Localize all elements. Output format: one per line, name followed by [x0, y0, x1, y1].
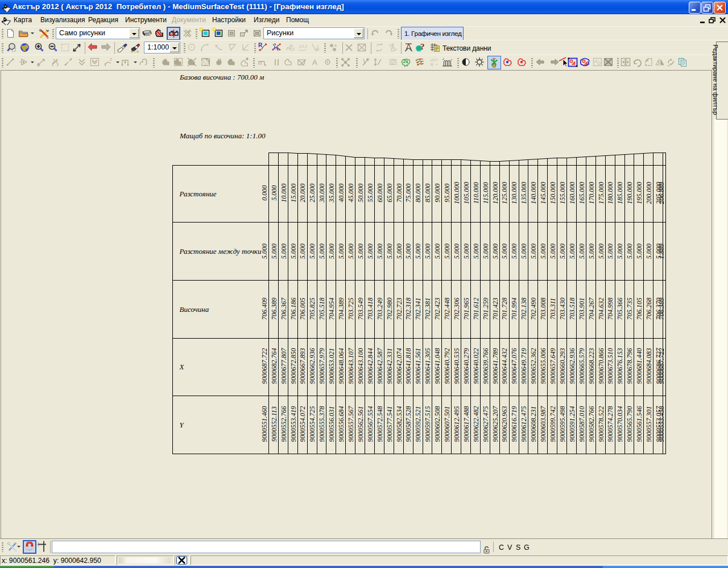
svg-text:45.000: 45.000 — [347, 184, 355, 203]
svg-text:9000642.587: 9000642.587 — [376, 348, 384, 384]
svg-text:703.008: 703.008 — [539, 298, 547, 320]
svg-text:5.000: 5.000 — [280, 244, 288, 259]
svg-text:9000662.936: 9000662.936 — [568, 348, 576, 384]
svg-text:5.000: 5.000 — [318, 244, 326, 259]
svg-text:9000616.719: 9000616.719 — [510, 406, 518, 442]
svg-text:9000561.546: 9000561.546 — [635, 406, 643, 442]
svg-text:9000557.301: 9000557.301 — [645, 406, 653, 442]
svg-text:5.000: 5.000 — [588, 244, 595, 259]
svg-text:0.000: 0.000 — [260, 186, 268, 201]
svg-text:5.000: 5.000 — [626, 244, 634, 259]
svg-text:60.000: 60.000 — [376, 184, 384, 203]
svg-text:706.105: 706.105 — [635, 298, 643, 320]
svg-text:9000643.107: 9000643.107 — [347, 348, 355, 384]
svg-text:5.000: 5.000 — [510, 244, 518, 259]
svg-text:9000673.510: 9000673.510 — [606, 348, 614, 384]
svg-text:9000587.010: 9000587.010 — [578, 406, 586, 442]
svg-text:9000684.083: 9000684.083 — [645, 348, 653, 384]
svg-text:115.000: 115.000 — [482, 182, 490, 204]
svg-text:703.725: 703.725 — [347, 298, 355, 320]
svg-text:5.000: 5.000 — [559, 244, 566, 259]
svg-text:706.367: 706.367 — [280, 297, 288, 320]
svg-text:9000565.790: 9000565.790 — [626, 406, 634, 442]
svg-text:9000592.521: 9000592.521 — [414, 406, 422, 442]
svg-text:Разстояние между точки: Разстояние между точки — [179, 247, 262, 256]
svg-text:95.000: 95.000 — [443, 184, 451, 203]
svg-text:9000665.579: 9000665.579 — [578, 348, 586, 384]
svg-text:9000672.850: 9000672.850 — [289, 348, 297, 384]
svg-text:9000641.789: 9000641.789 — [491, 348, 499, 384]
svg-text:5.000: 5.000 — [453, 244, 461, 259]
svg-text:703.249: 703.249 — [376, 298, 384, 320]
svg-text:5.000: 5.000 — [539, 244, 547, 259]
svg-text:120.000: 120.000 — [491, 182, 499, 204]
svg-text:702.490: 702.490 — [530, 298, 537, 320]
svg-text:704.954: 704.954 — [328, 298, 336, 320]
svg-text:5.000: 5.000 — [347, 244, 355, 259]
svg-text:5.000: 5.000 — [606, 244, 614, 259]
svg-text:5.000: 5.000 — [260, 244, 268, 259]
svg-text:5.000: 5.000 — [414, 244, 422, 259]
svg-text:9000551.460: 9000551.460 — [260, 406, 268, 442]
svg-text:9000649.719: 9000649.719 — [520, 348, 528, 384]
svg-text:703.311: 703.311 — [549, 298, 557, 319]
svg-text:9000677.807: 9000677.807 — [280, 348, 288, 384]
svg-text:9000622.482: 9000622.482 — [472, 406, 480, 442]
svg-text:9000582.534: 9000582.534 — [395, 406, 403, 442]
svg-text:9000582.766: 9000582.766 — [588, 406, 595, 442]
svg-text:5.000: 5.000 — [270, 244, 278, 259]
svg-text:5.000: 5.000 — [433, 244, 441, 259]
svg-text:702.723: 702.723 — [395, 298, 403, 320]
svg-text:X: X — [179, 363, 185, 371]
svg-text:5.000: 5.000 — [404, 244, 412, 259]
svg-text:5.000: 5.000 — [549, 244, 557, 259]
svg-text:25.000: 25.000 — [308, 184, 316, 203]
svg-text:5.000: 5.000 — [472, 244, 480, 259]
svg-text:Мащаб по височина: 1:1.00: Мащаб по височина: 1:1.00 — [179, 131, 266, 140]
svg-text:706.268: 706.268 — [645, 298, 653, 320]
svg-text:9000670.866: 9000670.866 — [597, 348, 605, 384]
svg-text:9000640.279: 9000640.279 — [462, 348, 470, 384]
svg-text:?: ? — [420, 42, 425, 51]
svg-text:10.000: 10.000 — [280, 184, 288, 203]
svg-text:701.423: 701.423 — [491, 298, 499, 320]
svg-text:9000612.495: 9000612.495 — [453, 406, 461, 442]
svg-text:5.000: 5.000 — [328, 244, 336, 259]
svg-text:705.825: 705.825 — [308, 298, 316, 320]
svg-text:100.000: 100.000 — [453, 182, 461, 204]
svg-text:140.000: 140.000 — [530, 182, 537, 204]
svg-text:9000562.561: 9000562.561 — [357, 406, 365, 442]
svg-text:9000687.722: 9000687.722 — [260, 348, 268, 384]
svg-text:85.000: 85.000 — [424, 184, 432, 203]
svg-text:5.000: 5.000 — [289, 244, 297, 259]
svg-text:9000657.979: 9000657.979 — [318, 348, 326, 384]
svg-text:1.889: 1.889 — [657, 244, 665, 259]
svg-text:9000648.064: 9000648.064 — [337, 348, 345, 384]
svg-text:706.389: 706.389 — [270, 298, 278, 320]
svg-text:9000687.722: 9000687.722 — [657, 348, 665, 384]
svg-text:702.980: 702.980 — [386, 298, 394, 320]
svg-text:9000556.684: 9000556.684 — [337, 406, 345, 442]
svg-text:5.000: 5.000 — [500, 244, 508, 259]
svg-text:9000644.432: 9000644.432 — [500, 348, 508, 384]
svg-text:9000587.528: 9000587.528 — [404, 406, 412, 442]
svg-text:155.000: 155.000 — [559, 182, 566, 204]
svg-text:5.000: 5.000 — [645, 244, 653, 259]
svg-text:9000639.766: 9000639.766 — [482, 348, 490, 384]
svg-text:5.000: 5.000 — [568, 244, 576, 259]
svg-text:706.005: 706.005 — [299, 298, 307, 320]
svg-text:160.000: 160.000 — [568, 182, 576, 204]
svg-text:9000620.963: 9000620.963 — [500, 406, 508, 442]
svg-text:5.000: 5.000 — [462, 244, 470, 259]
svg-text:Базова височина : 700.00 м: Базова височина : 700.00 м — [179, 73, 264, 81]
svg-text:9000625.207: 9000625.207 — [491, 406, 499, 442]
svg-text:9000554.072: 9000554.072 — [299, 406, 307, 442]
svg-text:5.000: 5.000 — [424, 244, 432, 259]
svg-text:15.000: 15.000 — [289, 184, 297, 203]
svg-text:9000652.362: 9000652.362 — [530, 348, 537, 384]
svg-text:9000641.818: 9000641.818 — [404, 348, 412, 384]
svg-text:9000612.475: 9000612.475 — [520, 406, 528, 442]
svg-text:702.138: 702.138 — [520, 298, 528, 320]
svg-text:130.000: 130.000 — [510, 182, 518, 204]
svg-text:5.000: 5.000 — [357, 244, 365, 259]
